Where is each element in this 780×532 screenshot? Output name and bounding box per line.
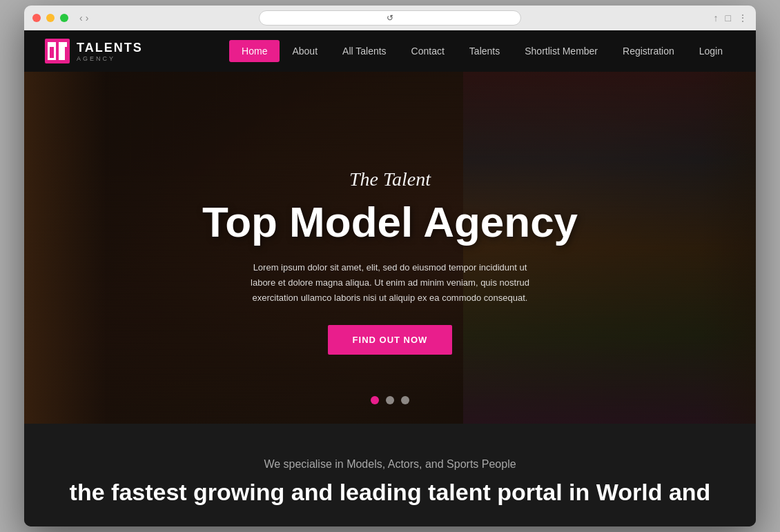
hero-subtitle: The Talent xyxy=(24,168,756,190)
hero-description: Lorem ipsum dolor sit amet, elit, sed do… xyxy=(245,260,535,306)
logo[interactable]: TALENTS AGENCY xyxy=(45,39,143,63)
nav-arrows: ‹ › xyxy=(79,12,88,23)
hero-dot-1[interactable] xyxy=(371,396,379,404)
url-text: ↺ xyxy=(387,13,393,23)
nav-home[interactable]: Home xyxy=(229,40,280,62)
menu-icon[interactable]: ⋮ xyxy=(738,12,748,23)
share-icon[interactable]: ↑ xyxy=(714,12,719,23)
svg-rect-6 xyxy=(59,42,67,47)
website-content: TALENTS AGENCY Home About All Talents Co… xyxy=(24,30,756,526)
maximize-button[interactable] xyxy=(60,14,68,22)
hero-dot-3[interactable] xyxy=(401,396,409,404)
logo-subtitle: AGENCY xyxy=(77,55,143,62)
nav-talents[interactable]: Talents xyxy=(457,40,512,62)
hero-cta-button[interactable]: FIND OUT NOW xyxy=(328,325,453,355)
below-fold-subtitle: We specialise in Models, Actors, and Spo… xyxy=(45,458,735,471)
nav-about[interactable]: About xyxy=(280,40,330,62)
svg-rect-4 xyxy=(59,47,65,60)
hero-title: Top Model Agency xyxy=(24,197,756,246)
below-fold-section: We specialise in Models, Actors, and Spo… xyxy=(24,424,756,526)
nav-login[interactable]: Login xyxy=(687,40,735,62)
nav-links: Home About All Talents Contact Talents S… xyxy=(229,40,735,62)
hero-dot-2[interactable] xyxy=(386,396,394,404)
nav-registration[interactable]: Registration xyxy=(610,40,687,62)
logo-title: TALENTS xyxy=(77,41,143,55)
hero-dots xyxy=(371,396,409,404)
minimize-button[interactable] xyxy=(46,14,55,22)
address-bar[interactable]: ↺ xyxy=(259,10,521,26)
logo-text-group: TALENTS AGENCY xyxy=(77,41,143,62)
back-arrow[interactable]: ‹ xyxy=(79,12,83,23)
nav-shortlist[interactable]: Shortlist Member xyxy=(512,40,610,62)
nav-contact[interactable]: Contact xyxy=(399,40,457,62)
tabs-icon[interactable]: □ xyxy=(725,12,731,23)
below-fold-title: the fastest growing and leading talent p… xyxy=(45,479,735,506)
navbar: TALENTS AGENCY Home About All Talents Co… xyxy=(24,30,756,72)
titlebar: ‹ › ↺ ↑ □ ⋮ xyxy=(24,6,756,30)
close-button[interactable] xyxy=(32,14,41,22)
toolbar-right: ↑ □ ⋮ xyxy=(714,12,748,23)
hero-content: The Talent Top Model Agency Lorem ipsum … xyxy=(24,72,756,355)
svg-rect-3 xyxy=(50,47,54,58)
browser-window: ‹ › ↺ ↑ □ ⋮ xyxy=(24,6,756,526)
nav-all-talents[interactable]: All Talents xyxy=(330,40,399,62)
logo-icon xyxy=(45,39,70,63)
hero-section: The Talent Top Model Agency Lorem ipsum … xyxy=(24,72,756,424)
forward-arrow[interactable]: › xyxy=(86,12,89,23)
